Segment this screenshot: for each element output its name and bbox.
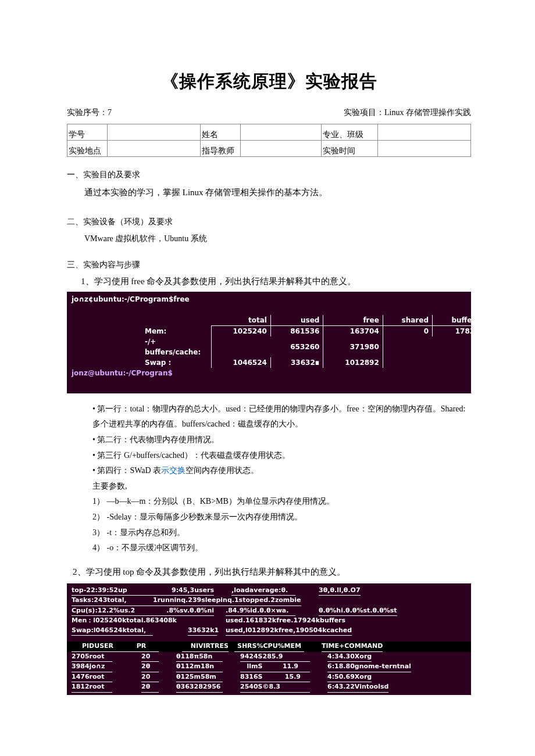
top-row: 3984jo∩z2θθ112m18n llmS 11.96:18.80gnome… — [72, 662, 466, 672]
table-row: Swap : 1046524 33632∎ 1012892 — [141, 357, 535, 368]
cell: -/+ buffers/cache: — [141, 336, 211, 357]
col-used: used — [270, 315, 323, 326]
cell: 33632∎ — [270, 357, 323, 368]
terminal-prompt: jonz@ubuntu:-/CProgran$ — [72, 368, 466, 378]
label-name: 姓名 — [201, 124, 241, 141]
question-1-heading: 1、学习使用 free 命令及其参数使用，列出执行结果并解释其中的意义。 — [81, 276, 471, 287]
table-row: -/+ buffers/cache: 653260 371980 — [141, 336, 535, 357]
param-item: 4） -o：不显示缓冲区调节列。 — [92, 540, 471, 556]
terminal-free: jo∩z¢ubuntu:-/CProgram$free total used f… — [67, 292, 471, 393]
cell: 0 — [383, 325, 432, 336]
cell — [211, 336, 270, 357]
question-2-heading: 2、学习使用 top 命令及其参数使用，列出执行结果并解释其中的意义。 — [73, 567, 471, 578]
bullet-item: • 第四行：SWaD 表示交换空间内存使用状态。 — [92, 463, 471, 479]
col-buffers: buffers — [432, 315, 483, 326]
bullet-text: • 第四行：SWaD 表 — [92, 466, 161, 475]
info-table: 学号 姓名 专业、班级 实验地点 指导教师 实验时间 — [67, 124, 471, 157]
section-2-heading: 二、实验设备（环境）及要求 — [67, 217, 471, 227]
section-3-heading: 三、实验内容与步骤 — [67, 260, 471, 270]
cell: 861536 — [270, 325, 323, 336]
label-id: 学号 — [67, 124, 108, 141]
table-row: Mem: 1025240 861536 163704 0 17832 19044… — [141, 325, 535, 336]
bullet-text: 空间内存使用状态。 — [186, 466, 259, 475]
bullet-item: • 第三行 G/+buffers/cached）：代表磁盘缓存使用状态。 — [92, 448, 471, 464]
value-name — [241, 124, 322, 141]
cell: 1046524 — [211, 357, 270, 368]
col-free: free — [323, 315, 383, 326]
link-text: 示交换 — [161, 466, 186, 475]
cell: Swap : — [141, 357, 211, 368]
free-output-table: total used free shared buffers cached Me… — [141, 315, 535, 368]
params-heading: 主要参数, — [92, 479, 471, 495]
exp-project: 实验项目：Linux 存储管理操作实践 — [344, 108, 471, 118]
exp-number: 实验序号：7 — [67, 108, 112, 118]
terminal-top: top-22:39:52up9:45,3users,loadaverage:θ.… — [67, 583, 471, 695]
bullet-item: • 第二行：代表物理内存使用情况。 — [92, 432, 471, 448]
table-row: 实验地点 指导教师 实验时间 — [67, 141, 471, 157]
explanation-list: • 第一行：total：物理内存的总大小。used：已经使用的物理内存多小。fr… — [92, 402, 471, 495]
cell: 163704 — [323, 325, 383, 336]
cell: Mem: — [141, 325, 211, 336]
top-line: Cpu(s):12.2%us.2.8%sv.θ.θ%ni.84.9%id.θ.θ… — [72, 606, 466, 617]
param-item: 1） —b—k—m：分别以（B、KB>MB）为单位显示内存使用情况。 — [92, 494, 471, 510]
top-line: top-22:39:52up9:45,3users,loadaverage:θ.… — [72, 586, 466, 596]
section-1-body: 通过本实验的学习，掌握 Linux 存储管理相关操作的基本方法。 — [84, 185, 471, 200]
label-class: 专业、班级 — [322, 124, 378, 141]
label-teacher: 指导教师 — [201, 141, 241, 157]
top-row: 1476root20θ125m58m8316S 15.94:50.69Xorg — [72, 672, 466, 683]
top-line: Men：l025240ktotal.863408kused.161832kfre… — [72, 616, 466, 626]
table-row: 学号 姓名 专业、班级 — [67, 124, 471, 141]
param-item: 3） -t：显示内存总和列。 — [92, 525, 471, 541]
top-header: PIDUSER PR NIVIRTRES SHRS%CPU%MEM TIME+C… — [67, 642, 471, 652]
param-item: 2） -Sdelay：显示每隔多少秒数来显示一次内存使用情况。 — [92, 510, 471, 525]
label-place: 实验地点 — [67, 141, 108, 157]
top-line: Tasks:243total,1runninq.239sleepinq.1sto… — [72, 596, 466, 606]
cell: 653260 — [270, 336, 323, 357]
doc-title: 《操作系统原理》实验报告 — [67, 70, 471, 94]
label-time: 实验时间 — [322, 141, 378, 157]
cell: 371980 — [323, 336, 383, 357]
cell: 190444 — [483, 325, 535, 336]
col-total: total — [211, 315, 270, 326]
col-shared: shared — [383, 315, 432, 326]
value-place — [108, 141, 201, 157]
cell: 1025240 — [211, 325, 270, 336]
value-teacher — [241, 141, 322, 157]
value-time — [378, 141, 471, 157]
top-row: 1812root2θθ3632829562540S©8.36:43.22Vint… — [72, 682, 466, 693]
value-id — [108, 124, 201, 141]
col-cached: cached — [483, 315, 535, 326]
table-row: total used free shared buffers cached — [141, 315, 535, 326]
top-line: Swap:l046524ktotal,33632k1used,l012892kf… — [72, 626, 466, 636]
param-list: 1） —b—k—m：分别以（B、KB>MB）为单位显示内存使用情况。 2） -S… — [92, 494, 471, 556]
meta-row: 实验序号：7 实验项目：Linux 存储管理操作实践 — [67, 108, 471, 118]
value-class — [378, 124, 471, 141]
section-2-body: VMware 虚拟机软件，Ubuntu 系统 — [84, 232, 471, 246]
cell: 17832 — [432, 325, 483, 336]
top-row: 2705root20θ118π58n9424S285.94:34.30Xorg — [72, 652, 466, 662]
terminal-prompt: jo∩z¢ubuntu:-/CProgram$free — [72, 294, 466, 304]
bullet-item: • 第一行：total：物理内存的总大小。used：已经使用的物理内存多小。fr… — [92, 402, 471, 432]
section-1-heading: 一、实验目的及要求 — [67, 170, 471, 180]
cell: 1012892 — [323, 357, 383, 368]
